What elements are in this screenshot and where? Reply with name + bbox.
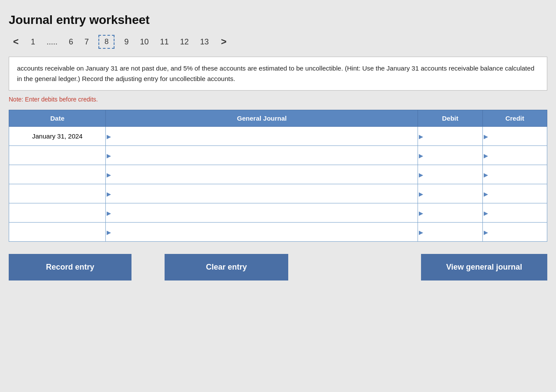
row-1-journal-input[interactable] [106, 146, 418, 165]
row-3-debit[interactable]: ▶ [418, 184, 482, 203]
row-4-debit[interactable]: ▶ [418, 203, 482, 223]
row-0-journal-input[interactable] [106, 127, 418, 145]
row-1-debit-input[interactable] [418, 146, 482, 165]
row-0-debit-input[interactable] [418, 127, 482, 145]
row-1-credit[interactable]: ▶ [482, 146, 547, 165]
page-title: Journal entry worksheet [9, 13, 547, 27]
row-3-journal-input[interactable] [106, 184, 418, 203]
page-12[interactable]: 12 [178, 37, 190, 47]
row-5-debit-input[interactable] [418, 223, 482, 241]
button-row: Record entry Clear entry View general jo… [9, 254, 547, 280]
row-5-date[interactable] [9, 223, 106, 242]
pagination: < 1 ..... 6 7 8 9 10 11 12 13 > [9, 35, 547, 49]
row-1-journal[interactable]: ▶ [106, 146, 418, 165]
row-2-date-input[interactable] [13, 165, 102, 184]
header-debit: Debit [418, 110, 482, 127]
row-3-journal[interactable]: ▶ [106, 184, 418, 203]
row-5-journal-input[interactable] [106, 223, 418, 241]
page-1[interactable]: 1 [29, 37, 37, 47]
row-4-journal[interactable]: ▶ [106, 203, 418, 223]
row-2-journal[interactable]: ▶ [106, 165, 418, 184]
page-8[interactable]: 8 [98, 35, 115, 49]
row-3-credit-input[interactable] [483, 184, 547, 203]
header-credit: Credit [482, 110, 547, 127]
row-0-debit[interactable]: ▶ [418, 127, 482, 146]
row-1-date[interactable] [9, 146, 106, 165]
page-11[interactable]: 11 [158, 37, 170, 47]
row-2-debit-input[interactable] [418, 165, 482, 184]
row-4-credit-input[interactable] [483, 203, 547, 222]
view-general-journal-button[interactable]: View general journal [421, 254, 547, 280]
row-2-credit[interactable]: ▶ [482, 165, 547, 184]
header-date: Date [9, 110, 106, 127]
row-1-credit-input[interactable] [483, 146, 547, 165]
row-4-date[interactable] [9, 203, 106, 223]
page-7[interactable]: 7 [83, 37, 91, 47]
row-3-credit[interactable]: ▶ [482, 184, 547, 203]
row-1-date-input[interactable] [13, 146, 102, 165]
row-2-date[interactable] [9, 165, 106, 184]
row-3-date[interactable] [9, 184, 106, 203]
page-ellipsis: ..... [45, 37, 59, 47]
note-text: Note: Enter debits before credits. [9, 96, 547, 103]
row-5-journal[interactable]: ▶ [106, 223, 418, 242]
row-4-journal-input[interactable] [106, 203, 418, 222]
row-0-credit-input[interactable] [483, 127, 547, 145]
row-4-debit-input[interactable] [418, 203, 482, 222]
row-5-credit-input[interactable] [483, 223, 547, 241]
record-entry-button[interactable]: Record entry [9, 254, 131, 280]
page-10[interactable]: 10 [138, 37, 150, 47]
prev-page-button[interactable]: < [10, 35, 21, 48]
page-13[interactable]: 13 [199, 37, 211, 47]
page-9[interactable]: 9 [122, 37, 130, 47]
row-2-credit-input[interactable] [483, 165, 547, 184]
row-5-debit[interactable]: ▶ [418, 223, 482, 242]
row-1-debit[interactable]: ▶ [418, 146, 482, 165]
row-5-credit[interactable]: ▶ [482, 223, 547, 242]
description-box: accounts receivable on January 31 are no… [9, 57, 547, 91]
row-4-date-input[interactable] [13, 203, 102, 222]
row-0-journal[interactable]: ▶ [106, 127, 418, 146]
row-5-date-input[interactable] [13, 223, 102, 241]
row-3-debit-input[interactable] [418, 184, 482, 203]
page-6[interactable]: 6 [67, 37, 75, 47]
journal-table: Date General Journal Debit Credit ▶▶▶▶▶▶… [9, 110, 547, 242]
row-0-date[interactable] [9, 127, 106, 146]
next-page-button[interactable]: > [219, 35, 229, 48]
row-2-journal-input[interactable] [106, 165, 418, 184]
row-4-credit[interactable]: ▶ [482, 203, 547, 223]
clear-entry-button[interactable]: Clear entry [165, 254, 288, 280]
header-journal: General Journal [106, 110, 418, 127]
row-3-date-input[interactable] [13, 184, 102, 203]
row-0-credit[interactable]: ▶ [482, 127, 547, 146]
row-0-date-input[interactable] [13, 127, 102, 145]
description-text: accounts receivable on January 31 are no… [17, 64, 534, 82]
row-2-debit[interactable]: ▶ [418, 165, 482, 184]
